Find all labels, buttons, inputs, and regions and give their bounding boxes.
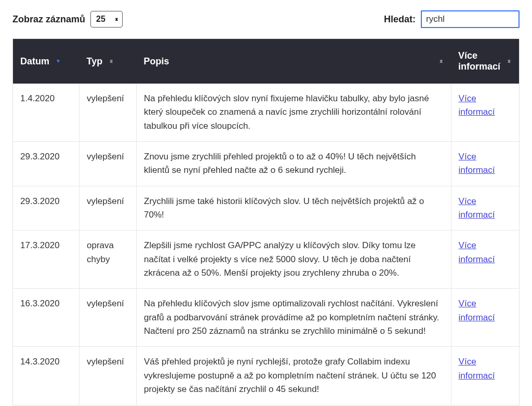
header-popis[interactable]: Popis ▲ ▼ <box>137 39 451 84</box>
table-row: 29.3.2020vylepšeníZnovu jsme zrychlili p… <box>13 142 520 186</box>
more-info-link[interactable]: Více informací <box>459 299 495 322</box>
header-datum-label: Datum <box>20 56 49 67</box>
cell-vice: Více informací <box>451 231 519 289</box>
table-controls: Zobraz záznamů 25 ▲ ▼ Hledat: <box>12 10 520 28</box>
cell-datum: 29.3.2020 <box>13 142 79 186</box>
cell-popis: Váš přehled projektů je nyní rychlejší, … <box>137 347 451 405</box>
cell-popis: Znovu jsme zrychlili přehled projektů o … <box>137 142 451 186</box>
records-value: 25 <box>96 15 105 24</box>
table-row: 29.3.2020vylepšeníZrychlili jsme také hi… <box>13 186 520 231</box>
records-label: Zobraz záznamů <box>12 14 85 25</box>
cell-vice: Více informací <box>451 142 519 186</box>
cell-typ: vylepšení <box>79 142 137 186</box>
cell-datum: 1.4.2020 <box>13 84 79 142</box>
cell-datum: 17.3.2020 <box>13 231 79 289</box>
cell-popis: Zrychlili jsme také historii klíčových s… <box>137 186 451 231</box>
cell-popis: Na přehledu klíčových slov nyní fixujeme… <box>137 84 451 142</box>
more-info-link[interactable]: Více informací <box>459 93 495 117</box>
cell-datum: 29.3.2020 <box>13 186 79 231</box>
more-info-link[interactable]: Více informací <box>459 357 495 380</box>
cell-popis: Na přehledu klíčových slov jsme optimali… <box>137 289 451 347</box>
header-datum[interactable]: Datum ▲ ▼ <box>13 39 79 84</box>
cell-typ: vylepšení <box>79 84 137 142</box>
more-info-link[interactable]: Více informací <box>459 196 495 220</box>
table-row: 16.3.2020vylepšeníNa přehledu klíčových … <box>13 289 520 347</box>
cell-typ: vylepšení <box>79 186 137 231</box>
cell-vice: Více informací <box>451 84 519 142</box>
cell-typ: oprava chyby <box>79 231 137 289</box>
table-row: 1.4.2020vylepšeníNa přehledu klíčových s… <box>13 84 520 142</box>
cell-popis: Zlepšili jsme rychlost GA/PPC analýzy u … <box>137 231 451 289</box>
records-control: Zobraz záznamů 25 ▲ ▼ <box>12 11 123 28</box>
cell-datum: 14.3.2020 <box>13 347 79 405</box>
cell-vice: Více informací <box>451 347 519 405</box>
more-info-link[interactable]: Více informací <box>459 240 495 264</box>
table-row: 14.3.2020vylepšeníVáš přehled projektů j… <box>13 347 520 405</box>
more-info-link[interactable]: Více informací <box>459 152 495 175</box>
cell-vice: Více informací <box>451 186 519 231</box>
header-vice[interactable]: Více informací ▲ ▼ <box>451 39 519 84</box>
cell-typ: vylepšení <box>79 347 137 405</box>
search-label: Hledat: <box>384 14 416 25</box>
header-vice-label: Více informací <box>458 50 500 72</box>
changelog-table: Datum ▲ ▼ Typ ▲ ▼ Popis <box>12 38 520 405</box>
records-select[interactable]: 25 ▲ ▼ <box>90 11 123 28</box>
cell-typ: vylepšení <box>79 289 137 347</box>
cell-vice: Více informací <box>451 289 519 347</box>
table-row: 17.3.2020oprava chybyZlepšili jsme rychl… <box>13 231 520 289</box>
search-control: Hledat: <box>384 10 520 28</box>
header-typ-label: Typ <box>87 56 103 67</box>
search-input[interactable] <box>421 10 520 28</box>
header-typ[interactable]: Typ ▲ ▼ <box>79 39 137 84</box>
cell-datum: 16.3.2020 <box>13 289 79 347</box>
header-popis-label: Popis <box>144 56 169 67</box>
